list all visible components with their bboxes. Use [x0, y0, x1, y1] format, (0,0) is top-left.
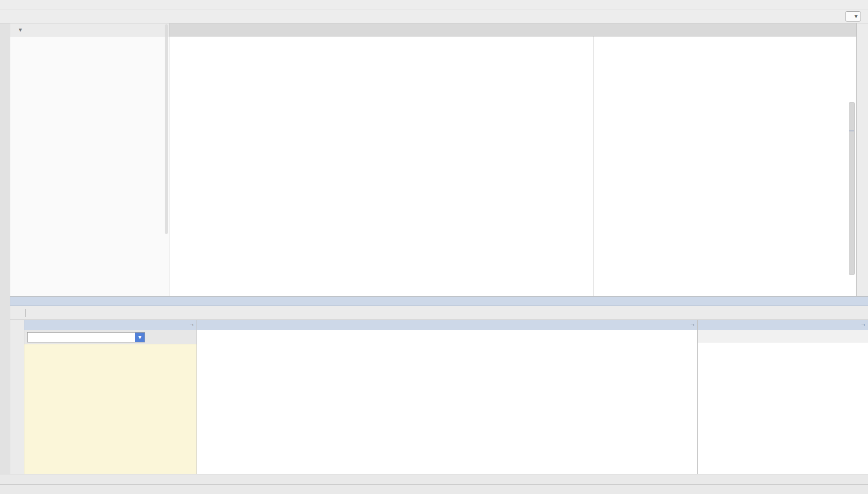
watches-panel: →	[697, 320, 868, 474]
navigation-bar: ▼	[0, 9, 868, 23]
frames-list	[24, 344, 197, 474]
debug-tab-bar	[10, 306, 868, 320]
variables-panel-header: →	[197, 320, 697, 330]
debug-content: → ▼ →	[10, 320, 868, 474]
debug-left-toolbar	[10, 320, 24, 474]
debug-tool-window: → ▼ →	[10, 296, 868, 474]
project-tree-scrollbar[interactable]	[165, 24, 168, 234]
chevron-down-icon: ▼	[19, 28, 22, 32]
debug-panel-header	[10, 297, 868, 306]
chevron-down-icon[interactable]: ▼	[135, 333, 145, 342]
toolbar-separator	[25, 309, 26, 317]
chevron-down-icon: ▼	[854, 14, 858, 19]
frames-panel-header: →	[24, 320, 197, 330]
watches-toolbar	[698, 330, 868, 342]
editor-tab-bar	[169, 23, 856, 36]
float-panel-icon[interactable]: →	[190, 322, 194, 327]
editor-scrollbar[interactable]	[849, 102, 855, 275]
watches-panel-header: →	[698, 320, 868, 330]
project-tree	[10, 37, 169, 296]
editor-area	[169, 23, 856, 296]
thread-row: ▼	[24, 330, 197, 344]
run-toolbar: ▼	[845, 9, 864, 23]
project-panel-header: ▼	[10, 23, 169, 36]
float-panel-icon[interactable]: →	[691, 322, 694, 327]
tool-window-stripe-left	[0, 23, 10, 474]
project-tool-window: ▼	[10, 23, 169, 296]
variables-panel: →	[197, 320, 697, 474]
project-view-selector[interactable]: ▼	[13, 28, 22, 32]
float-panel-icon[interactable]: →	[861, 322, 865, 327]
tool-window-bar-bottom	[0, 474, 868, 484]
menu-bar	[0, 0, 868, 9]
status-bar	[0, 484, 868, 494]
run-configuration-select[interactable]: ▼	[845, 11, 861, 22]
code-editor[interactable]	[169, 36, 856, 296]
tool-window-stripe-right	[856, 23, 868, 296]
frames-panel: → ▼	[24, 320, 197, 474]
right-margin-guide	[593, 36, 594, 296]
thread-selector[interactable]: ▼	[27, 332, 145, 342]
